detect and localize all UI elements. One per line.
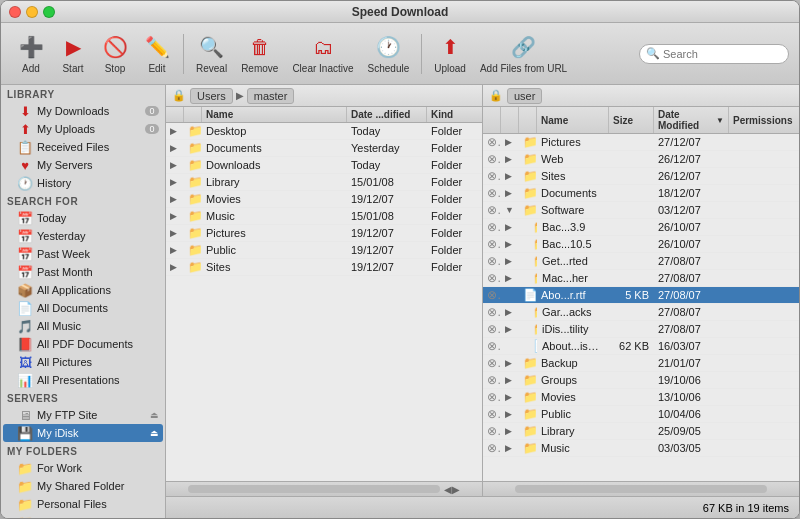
- search-input[interactable]: [663, 48, 782, 60]
- table-row[interactable]: ⊗ ▶ 📁 Backup 21/01/07: [483, 355, 799, 372]
- table-row[interactable]: ▶ 📁 Movies 19/12/07 Folder: [166, 191, 482, 208]
- row-expand[interactable]: ▶: [501, 306, 519, 318]
- table-row[interactable]: ▶ 📁 Desktop Today Folder: [166, 123, 482, 140]
- left-file-table[interactable]: ▶ 📁 Desktop Today Folder ▶ 📁 Documents Y…: [166, 123, 482, 481]
- row-action[interactable]: ⊗: [483, 355, 501, 371]
- row-expand[interactable]: ▶: [166, 125, 184, 137]
- row-action[interactable]: ⊗: [483, 219, 501, 235]
- row-expand[interactable]: ▶: [166, 193, 184, 205]
- right-col-perms[interactable]: Permissions: [729, 107, 799, 133]
- row-expand[interactable]: ▶: [501, 170, 519, 182]
- breadcrumb-user[interactable]: user: [507, 88, 542, 104]
- row-expand[interactable]: [501, 294, 519, 296]
- right-col-name[interactable]: Name: [537, 107, 609, 133]
- row-expand[interactable]: ▶: [501, 442, 519, 454]
- sidebar-item-to-check-out[interactable]: 📁 To Check out: [3, 513, 163, 518]
- add-button[interactable]: ➕ Add: [11, 29, 51, 78]
- row-action[interactable]: ⊗: [483, 304, 501, 320]
- row-expand[interactable]: ▶: [501, 255, 519, 267]
- sidebar-item-all-pictures[interactable]: 🖼 All Pictures: [3, 353, 163, 371]
- table-row[interactable]: ▶ 📁 Sites 19/12/07 Folder: [166, 259, 482, 276]
- stop-button[interactable]: 🚫 Stop: [95, 29, 135, 78]
- left-col-name[interactable]: Name: [202, 107, 347, 122]
- sidebar-item-today[interactable]: 📅 Today: [3, 209, 163, 227]
- row-action[interactable]: ⊗: [483, 321, 501, 337]
- right-col-size[interactable]: Size: [609, 107, 654, 133]
- row-action[interactable]: ⊗: [483, 168, 501, 184]
- minimize-button[interactable]: [26, 6, 38, 18]
- sidebar-item-past-month[interactable]: 📅 Past Month: [3, 263, 163, 281]
- table-row[interactable]: ▶ 📁 Library 15/01/08 Folder: [166, 174, 482, 191]
- row-action[interactable]: ⊗: [483, 134, 501, 150]
- table-row[interactable]: ⊗ ▶ 📁 Sites 26/12/07: [483, 168, 799, 185]
- row-expand[interactable]: ▶: [501, 136, 519, 148]
- sidebar-item-my-servers[interactable]: ♥ My Servers: [3, 156, 163, 174]
- table-row[interactable]: ⊗ ▶ 📁 Bac...3.9 26/10/07: [483, 219, 799, 236]
- sidebar-item-received-files[interactable]: 📋 Received Files: [3, 138, 163, 156]
- table-row[interactable]: ⊗ ▶ 📁 Get...rted 27/08/07: [483, 253, 799, 270]
- right-scrollbar[interactable]: [515, 485, 768, 493]
- table-row[interactable]: ⊗ ▶ 📁 Music 03/03/05: [483, 440, 799, 457]
- row-expand[interactable]: ▶: [166, 244, 184, 256]
- sidebar-item-all-apps[interactable]: 📦 All Applications: [3, 281, 163, 299]
- start-button[interactable]: ▶ Start: [53, 29, 93, 78]
- row-expand[interactable]: ▶: [501, 238, 519, 250]
- table-row[interactable]: ⊗ ▶ 📁 Public 10/04/06: [483, 406, 799, 423]
- row-expand[interactable]: ▶: [501, 323, 519, 335]
- search-box[interactable]: 🔍: [639, 44, 789, 64]
- row-action[interactable]: ⊗: [483, 372, 501, 388]
- row-expand[interactable]: ▶: [166, 159, 184, 171]
- row-action[interactable]: ⊗: [483, 185, 501, 201]
- row-action[interactable]: ⊗: [483, 389, 501, 405]
- row-expand[interactable]: ▶: [501, 272, 519, 284]
- left-col-date[interactable]: Date ...dified: [347, 107, 427, 122]
- row-expand[interactable]: ▶: [166, 227, 184, 239]
- left-scroll-arrows[interactable]: ◀▶: [444, 484, 460, 495]
- clear-inactive-button[interactable]: 🗂 Clear Inactive: [286, 29, 359, 78]
- row-expand[interactable]: ▶: [501, 391, 519, 403]
- table-row[interactable]: ⊗ ▶ 📁 Documents 18/12/07: [483, 185, 799, 202]
- table-row[interactable]: ⊗ ▶ 📁 Library 25/09/05: [483, 423, 799, 440]
- table-row[interactable]: ▶ 📁 Music 15/01/08 Folder: [166, 208, 482, 225]
- table-row[interactable]: ▶ 📁 Downloads Today Folder: [166, 157, 482, 174]
- row-action[interactable]: ⊗: [483, 338, 501, 354]
- table-row[interactable]: ⊗ ▶ 📁 iDis...tility 27/08/07: [483, 321, 799, 338]
- sidebar-item-yesterday[interactable]: 📅 Yesterday: [3, 227, 163, 245]
- row-action[interactable]: ⊗: [483, 287, 501, 303]
- row-action[interactable]: ⊗: [483, 253, 501, 269]
- row-expand[interactable]: ▶: [166, 176, 184, 188]
- reveal-button[interactable]: 🔍 Reveal: [190, 29, 233, 78]
- table-row[interactable]: ▶ 📁 Pictures 19/12/07 Folder: [166, 225, 482, 242]
- edit-button[interactable]: ✏️ Edit: [137, 29, 177, 78]
- row-expand[interactable]: ▶: [166, 142, 184, 154]
- row-action[interactable]: ⊗: [483, 423, 501, 439]
- table-row[interactable]: ▶ 📁 Documents Yesterday Folder: [166, 140, 482, 157]
- sidebar-item-personal-files[interactable]: 📁 Personal Files: [3, 495, 163, 513]
- sidebar-item-all-pdf[interactable]: 📕 All PDF Documents: [3, 335, 163, 353]
- sidebar-item-idisk[interactable]: 💾 My iDisk ⏏: [3, 424, 163, 442]
- table-row[interactable]: ⊗ ▼ 📁 Software 03/12/07: [483, 202, 799, 219]
- add-files-button[interactable]: 🔗 Add Files from URL: [474, 29, 573, 78]
- row-expand[interactable]: ▶: [501, 408, 519, 420]
- breadcrumb-master[interactable]: master: [247, 88, 295, 104]
- maximize-button[interactable]: [43, 6, 55, 18]
- sidebar-item-my-uploads[interactable]: ⬆ My Uploads 0: [3, 120, 163, 138]
- close-button[interactable]: [9, 6, 21, 18]
- sidebar-item-history[interactable]: 🕐 History: [3, 174, 163, 192]
- row-expand[interactable]: [501, 345, 519, 347]
- sidebar-item-all-music[interactable]: 🎵 All Music: [3, 317, 163, 335]
- row-expand[interactable]: ▼: [501, 204, 519, 216]
- row-expand[interactable]: ▶: [501, 374, 519, 386]
- table-row[interactable]: ⊗ ▶ 📁 Movies 13/10/06: [483, 389, 799, 406]
- breadcrumb-users[interactable]: Users: [190, 88, 233, 104]
- sidebar-item-for-work[interactable]: 📁 For Work: [3, 459, 163, 477]
- sidebar-item-all-presentations[interactable]: 📊 All Presentations: [3, 371, 163, 389]
- row-expand[interactable]: ▶: [501, 153, 519, 165]
- row-expand[interactable]: ▶: [166, 210, 184, 222]
- row-expand[interactable]: ▶: [501, 425, 519, 437]
- remove-button[interactable]: 🗑 Remove: [235, 29, 284, 78]
- sidebar-item-ftp[interactable]: 🖥 My FTP Site ⏏: [3, 406, 163, 424]
- sidebar-item-all-docs[interactable]: 📄 All Documents: [3, 299, 163, 317]
- right-col-date[interactable]: Date Modified ▼: [654, 107, 729, 133]
- row-expand[interactable]: ▶: [166, 261, 184, 273]
